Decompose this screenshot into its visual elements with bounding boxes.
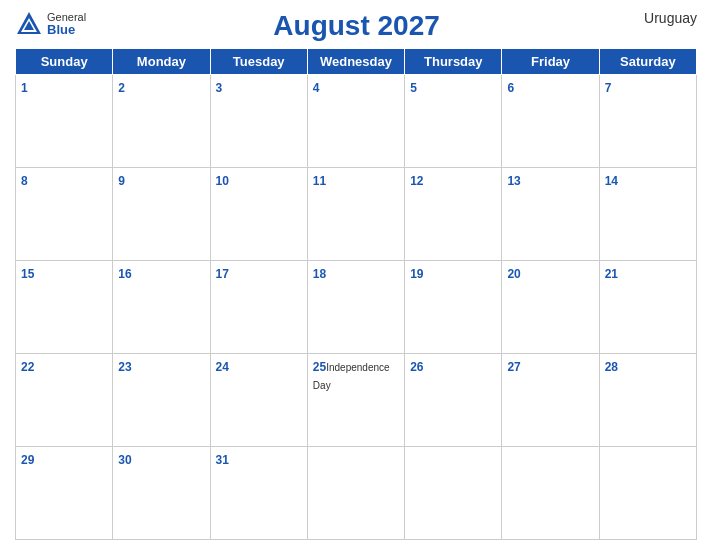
day-number: 20 bbox=[507, 267, 520, 281]
calendar-wrapper: General Blue August 2027 Uruguay Sunday … bbox=[0, 0, 712, 550]
day-cell: 30 bbox=[113, 447, 210, 540]
day-number: 8 bbox=[21, 174, 28, 188]
day-number: 31 bbox=[216, 453, 229, 467]
day-cell: 6 bbox=[502, 75, 599, 168]
day-number: 28 bbox=[605, 360, 618, 374]
calendar-table: Sunday Monday Tuesday Wednesday Thursday… bbox=[15, 48, 697, 540]
day-number: 1 bbox=[21, 81, 28, 95]
day-number: 2 bbox=[118, 81, 125, 95]
day-cell: 7 bbox=[599, 75, 696, 168]
month-title: August 2027 bbox=[273, 10, 440, 41]
day-cell: 17 bbox=[210, 261, 307, 354]
day-number: 10 bbox=[216, 174, 229, 188]
week-row-3: 22232425Independence Day262728 bbox=[16, 354, 697, 447]
day-cell: 31 bbox=[210, 447, 307, 540]
day-cell bbox=[599, 447, 696, 540]
header-thursday: Thursday bbox=[405, 49, 502, 75]
day-cell: 25Independence Day bbox=[307, 354, 404, 447]
week-row-2: 15161718192021 bbox=[16, 261, 697, 354]
header-wednesday: Wednesday bbox=[307, 49, 404, 75]
day-number: 12 bbox=[410, 174, 423, 188]
day-number: 16 bbox=[118, 267, 131, 281]
day-number: 19 bbox=[410, 267, 423, 281]
day-number: 7 bbox=[605, 81, 612, 95]
day-cell: 28 bbox=[599, 354, 696, 447]
logo-blue-label: Blue bbox=[47, 23, 86, 36]
day-number: 30 bbox=[118, 453, 131, 467]
day-cell: 5 bbox=[405, 75, 502, 168]
day-cell: 21 bbox=[599, 261, 696, 354]
day-number: 22 bbox=[21, 360, 34, 374]
logo-text: General Blue bbox=[47, 12, 86, 36]
day-number: 9 bbox=[118, 174, 125, 188]
day-number: 29 bbox=[21, 453, 34, 467]
day-cell: 14 bbox=[599, 168, 696, 261]
title-area: August 2027 bbox=[86, 10, 627, 42]
day-number: 15 bbox=[21, 267, 34, 281]
day-number: 17 bbox=[216, 267, 229, 281]
day-number: 3 bbox=[216, 81, 223, 95]
day-cell: 19 bbox=[405, 261, 502, 354]
day-number: 25 bbox=[313, 360, 326, 374]
weekday-header-row: Sunday Monday Tuesday Wednesday Thursday… bbox=[16, 49, 697, 75]
day-number: 18 bbox=[313, 267, 326, 281]
day-cell bbox=[307, 447, 404, 540]
day-number: 5 bbox=[410, 81, 417, 95]
day-cell: 13 bbox=[502, 168, 599, 261]
week-row-4: 293031 bbox=[16, 447, 697, 540]
day-number: 4 bbox=[313, 81, 320, 95]
day-number: 27 bbox=[507, 360, 520, 374]
header-friday: Friday bbox=[502, 49, 599, 75]
week-row-1: 891011121314 bbox=[16, 168, 697, 261]
day-cell bbox=[502, 447, 599, 540]
day-cell: 15 bbox=[16, 261, 113, 354]
day-cell: 23 bbox=[113, 354, 210, 447]
day-cell: 8 bbox=[16, 168, 113, 261]
day-cell: 18 bbox=[307, 261, 404, 354]
day-number: 23 bbox=[118, 360, 131, 374]
logo-area: General Blue bbox=[15, 10, 86, 38]
day-number: 14 bbox=[605, 174, 618, 188]
header-sunday: Sunday bbox=[16, 49, 113, 75]
header-monday: Monday bbox=[113, 49, 210, 75]
day-cell: 10 bbox=[210, 168, 307, 261]
day-cell: 22 bbox=[16, 354, 113, 447]
day-number: 26 bbox=[410, 360, 423, 374]
calendar-body: 1234567891011121314151617181920212223242… bbox=[16, 75, 697, 540]
day-cell: 20 bbox=[502, 261, 599, 354]
day-cell: 1 bbox=[16, 75, 113, 168]
day-number: 21 bbox=[605, 267, 618, 281]
header-tuesday: Tuesday bbox=[210, 49, 307, 75]
day-cell: 27 bbox=[502, 354, 599, 447]
day-cell: 29 bbox=[16, 447, 113, 540]
week-row-0: 1234567 bbox=[16, 75, 697, 168]
day-cell bbox=[405, 447, 502, 540]
logo-icon bbox=[15, 10, 43, 38]
day-cell: 9 bbox=[113, 168, 210, 261]
day-cell: 11 bbox=[307, 168, 404, 261]
day-number: 11 bbox=[313, 174, 326, 188]
day-cell: 4 bbox=[307, 75, 404, 168]
day-number: 13 bbox=[507, 174, 520, 188]
day-cell: 12 bbox=[405, 168, 502, 261]
day-number: 24 bbox=[216, 360, 229, 374]
day-cell: 16 bbox=[113, 261, 210, 354]
header-row: General Blue August 2027 Uruguay bbox=[15, 10, 697, 42]
day-cell: 24 bbox=[210, 354, 307, 447]
day-cell: 3 bbox=[210, 75, 307, 168]
country-label: Uruguay bbox=[627, 10, 697, 26]
day-cell: 26 bbox=[405, 354, 502, 447]
day-number: 6 bbox=[507, 81, 514, 95]
header-saturday: Saturday bbox=[599, 49, 696, 75]
day-cell: 2 bbox=[113, 75, 210, 168]
